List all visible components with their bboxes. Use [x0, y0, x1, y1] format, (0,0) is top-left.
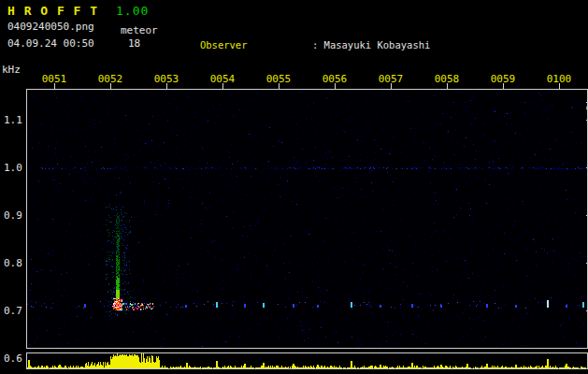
freq-tick-label: 0.8: [4, 257, 22, 269]
echo-count: 18: [128, 37, 140, 50]
info-value: : Masayuki Kobayashi: [312, 39, 430, 50]
freq-tick-label: 0.9: [4, 209, 22, 222]
level-canvas: [27, 353, 586, 368]
freq-tick-label: 0.6: [4, 352, 22, 365]
freq-tick-label: 0.7: [4, 305, 22, 317]
start-datetime: 04.09.24 00:50: [7, 37, 94, 50]
freq-tick-label: 1.1: [4, 114, 22, 126]
hrofft-screenshot: H R O F F T 1.00 0409240050.png meteor 0…: [0, 0, 588, 374]
info-label: Observer: [200, 39, 312, 51]
app-version: 1.00: [116, 4, 149, 18]
spectrogram-canvas: [27, 90, 586, 348]
freq-tick-label: 1.0: [4, 162, 22, 174]
freq-unit-label: kHz: [2, 64, 21, 76]
mode-label: meteor: [121, 24, 158, 36]
app-title: H R O F F T: [7, 4, 98, 18]
output-filename: 0409240050.png: [7, 21, 94, 33]
info-row-observer: Observer: Masayuki Kobayashi: [165, 27, 588, 64]
